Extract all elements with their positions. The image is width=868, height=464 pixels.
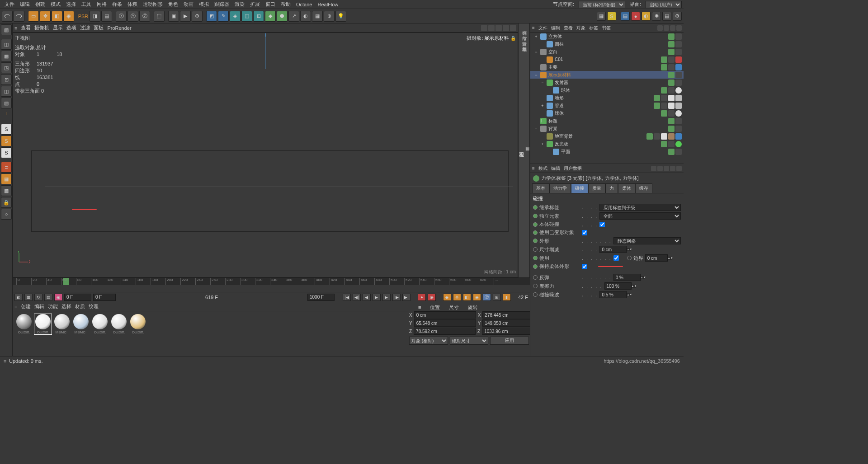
menu-mograph[interactable]: 运动图形 (140, 1, 165, 8)
render-settings[interactable]: ⚙ (192, 11, 203, 22)
attr-userdata[interactable]: 用户数据 (564, 165, 582, 172)
substance-icon[interactable]: S (607, 12, 616, 21)
deform-check[interactable] (582, 230, 587, 235)
timeline-ruler[interactable]: 0204060801001201401601802002202402602803… (13, 278, 530, 285)
timeline-icon[interactable]: ▤ (662, 12, 671, 21)
snap-2[interactable]: S (1, 136, 12, 146)
om-bookmarks[interactable]: 书签 (602, 25, 611, 31)
keep-radio[interactable] (533, 264, 538, 269)
settings-icon[interactable]: ⚙ (673, 12, 682, 21)
prim-deformer[interactable]: ◆ (265, 11, 276, 22)
tree-row[interactable]: 圆柱 (530, 40, 684, 48)
make-editable[interactable]: ▨ (1, 24, 12, 35)
undo-button[interactable] (2, 11, 13, 22)
tree-row[interactable]: 球体 (530, 86, 684, 94)
point-mode[interactable]: ⊡ (1, 74, 12, 85)
rotate-tool[interactable]: ◉ (63, 11, 74, 22)
deform-radio[interactable] (533, 230, 538, 235)
attr-fwd-icon[interactable] (657, 166, 663, 171)
menu-window[interactable]: 窗口 (263, 1, 278, 8)
attr-mode[interactable]: 模式 (538, 165, 547, 172)
attr-tab-1[interactable]: 动力学 (549, 183, 571, 193)
go-end[interactable]: ▶| (402, 294, 410, 301)
scale-tool[interactable]: ◧ (52, 11, 62, 22)
axis-y[interactable]: Ⓨ (127, 11, 138, 22)
nodespace-select[interactable]: 当前 (标准/物理) (579, 1, 625, 8)
material-item[interactable]: MSMC I (72, 314, 90, 334)
tree-row[interactable]: −空白 (530, 48, 684, 56)
texture-mode[interactable]: ▩ (1, 51, 12, 61)
keep-check[interactable] (582, 264, 587, 269)
om-filter-icon[interactable] (670, 25, 675, 31)
tl-icon-4[interactable]: ▤ (44, 294, 52, 301)
redo-button[interactable] (14, 11, 24, 22)
margin-input[interactable] (645, 254, 668, 262)
material-item[interactable]: OctDiff. (129, 314, 146, 334)
menu-tracker[interactable]: 跟踪器 (212, 1, 232, 8)
key-rot[interactable]: ◧ (463, 294, 471, 301)
bounce-input[interactable] (613, 274, 641, 281)
object-tree[interactable]: +立方体圆柱−空白C01主要−展示原材料−发射器球体地形+管道球体T标题−背景地… (530, 33, 684, 164)
inherit-select[interactable]: 应用标签到子级 (599, 204, 681, 211)
menu-file[interactable]: 文件 (2, 1, 17, 8)
tree-row[interactable]: T标题 (530, 117, 684, 125)
material-item[interactable]: MSMC I (53, 314, 71, 334)
damp-radio[interactable] (533, 292, 538, 297)
use-radio[interactable] (533, 256, 538, 260)
vp-hamburger-icon[interactable]: ≡ (14, 25, 17, 31)
axis-x[interactable]: Ⓧ (116, 11, 127, 22)
play[interactable]: ▶ (373, 294, 381, 301)
tree-row[interactable]: 球体 (530, 109, 684, 117)
om-layer-icon[interactable] (676, 25, 682, 31)
key-pos[interactable]: ◆ (443, 294, 451, 301)
inherit-radio[interactable] (533, 205, 538, 210)
attr-back-icon[interactable] (651, 166, 656, 171)
tree-row[interactable]: −发射器 (530, 79, 684, 86)
menu-tools[interactable]: 工具 (79, 1, 94, 8)
prev-frame[interactable]: ◀ (363, 294, 371, 301)
tree-row[interactable]: 地面背景 (530, 132, 684, 140)
vp-menu-panel[interactable]: 面板 (94, 24, 104, 31)
key-param[interactable]: ◉ (473, 294, 481, 301)
prim-generator[interactable]: ◫ (241, 11, 252, 22)
menu-render[interactable]: 渲染 (232, 1, 247, 8)
bounce-radio[interactable] (533, 275, 538, 280)
vp-nav-2[interactable] (488, 25, 495, 31)
shape-radio[interactable] (533, 239, 538, 243)
vp-nav-1[interactable] (481, 25, 487, 31)
vp-nav-5[interactable] (510, 25, 516, 31)
status-hamburger[interactable]: ≡ (4, 358, 6, 364)
attr-tab-5[interactable]: 柔体 (618, 183, 635, 193)
viewport[interactable]: 正视图 选取对象.总计 对象118 三角形131937 四边形10 线16338… (13, 33, 518, 277)
margin-radio[interactable] (627, 256, 632, 260)
friction-radio[interactable] (533, 284, 538, 288)
tree-row[interactable]: 主要 (530, 63, 684, 71)
render-region[interactable]: ▶ (180, 11, 191, 22)
lock-tool[interactable]: ▤ (101, 11, 112, 22)
key-pla[interactable]: Ⓟ (483, 294, 491, 301)
coord-mode-select[interactable]: 对象 (相对) (409, 337, 448, 345)
material-item[interactable]: OctDiff. (110, 314, 127, 334)
prim-floor[interactable]: ▦ (312, 11, 323, 22)
prim-pen[interactable]: ✎ (218, 11, 229, 22)
tl-start-input[interactable] (64, 294, 91, 301)
om-search-icon[interactable] (657, 25, 663, 31)
mat-menu-edit[interactable]: 编辑 (34, 303, 44, 310)
magnet-icon[interactable]: ⊃ (1, 162, 12, 173)
vp-menu-prorender[interactable]: ProRender (107, 25, 131, 31)
edge-mode[interactable]: ◫ (1, 86, 12, 97)
attr-tab-6[interactable]: 缓存 (635, 183, 652, 193)
vp-menu-display[interactable]: 显示 (53, 24, 63, 31)
vp-nav-4[interactable] (503, 25, 509, 31)
vp-menu-filter[interactable]: 过滤 (80, 24, 90, 31)
key-last[interactable]: ▮ (503, 294, 511, 301)
prim-tag[interactable]: ⊕ (324, 11, 335, 22)
prim-nurbs[interactable]: ◈ (230, 11, 241, 22)
mat-menu-texture[interactable]: 纹理 (89, 303, 99, 310)
key-scale[interactable]: ✥ (453, 294, 461, 301)
fcurve-icon[interactable]: ✺ (652, 12, 661, 21)
key-icon[interactable]: ◐ (642, 12, 651, 21)
attr-lock-icon[interactable] (670, 166, 675, 171)
tl-cur-input2[interactable] (93, 294, 116, 301)
menu-edit[interactable]: 编辑 (17, 1, 33, 8)
